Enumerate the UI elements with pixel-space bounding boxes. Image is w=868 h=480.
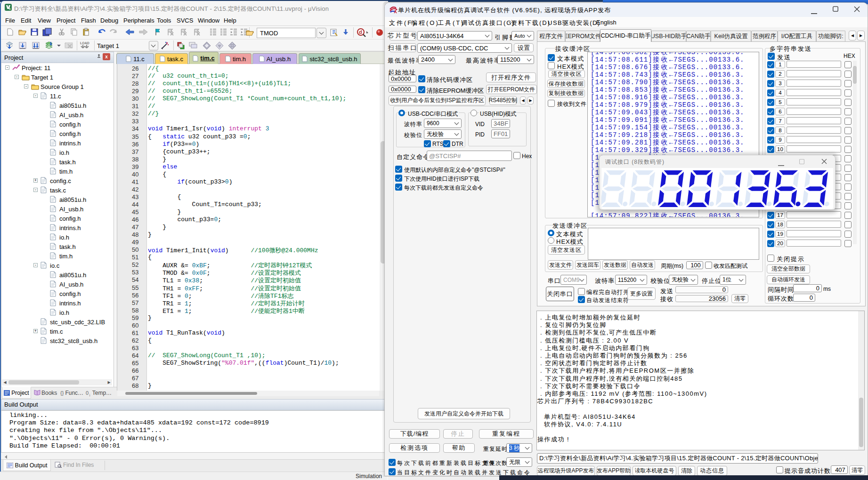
svg-text:LOAD: LOAD: [80, 41, 89, 45]
svg-text:d: d: [359, 29, 362, 35]
